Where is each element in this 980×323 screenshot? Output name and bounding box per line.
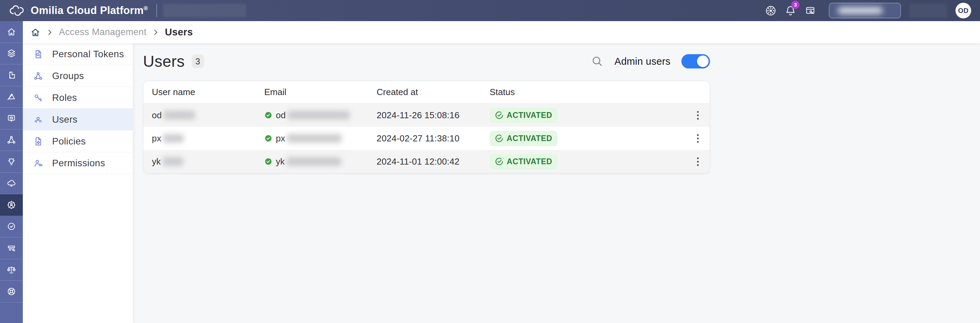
- sidebar-item-label: Users: [52, 114, 78, 125]
- redacted-email: [287, 134, 342, 143]
- nav-rail: [0, 21, 23, 323]
- sidebar-item-label: Permissions: [52, 158, 105, 169]
- sidebar-item-policies[interactable]: Policies: [23, 130, 133, 152]
- email-cell: px: [256, 133, 368, 144]
- sidebar-item-roles[interactable]: Roles: [23, 87, 133, 109]
- page-header-row: Users 3 Admin users: [143, 52, 710, 70]
- redacted-username: [163, 157, 183, 166]
- notification-count-badge: 3: [791, 1, 800, 9]
- admin-users-label: Admin users: [615, 56, 670, 67]
- table-row[interactable]: px px 2024-02-27 11:38:10 ACTIVATED: [143, 127, 710, 150]
- table-row[interactable]: od od 2024-11-26 15:08:16 ACTIVATED: [143, 103, 710, 127]
- check-circle-icon: [495, 111, 504, 119]
- table-header-row: User name Email Created at Status: [143, 81, 710, 103]
- column-header-status: Status: [481, 87, 686, 97]
- window-key-button[interactable]: [805, 5, 816, 16]
- row-actions-kebab[interactable]: [694, 154, 702, 169]
- redacted-username: [163, 134, 183, 143]
- user-avatar[interactable]: OD: [956, 3, 971, 18]
- apps-settings-button[interactable]: [765, 5, 776, 16]
- window-key-icon: [805, 5, 816, 16]
- sidebar-item-groups[interactable]: Groups: [23, 65, 133, 87]
- verified-badge-icon: [264, 111, 272, 119]
- rail-item-support[interactable]: [0, 281, 23, 302]
- nav-rail-filler: [0, 302, 23, 323]
- row-actions-kebab[interactable]: [694, 108, 702, 123]
- notifications-button[interactable]: 3: [784, 5, 797, 17]
- rail-item-badge-check[interactable]: [0, 216, 23, 238]
- sidebar-item-personal-tokens[interactable]: Personal Tokens: [23, 43, 133, 65]
- brand: Omilia Cloud Platform®: [0, 5, 148, 17]
- rail-item-prism[interactable]: [0, 86, 23, 108]
- column-header-created-at: Created at: [368, 87, 481, 97]
- row-actions-kebab[interactable]: [694, 131, 702, 146]
- breadcrumb-current-users: Users: [165, 27, 193, 38]
- page-title: Users: [143, 52, 185, 70]
- table-body: od od 2024-11-26 15:08:16 ACTIVATED: [143, 103, 710, 173]
- person-key-icon: [33, 158, 43, 168]
- users-icon: [33, 115, 43, 125]
- username-cell: od: [143, 110, 256, 121]
- created-at-cell: 2024-02-27 11:38:10: [368, 133, 481, 144]
- status-badge: ACTIVATED: [490, 108, 557, 123]
- registered-mark: ®: [144, 5, 148, 11]
- status-cell: ACTIVATED: [481, 154, 686, 169]
- rail-item-lightbulb[interactable]: [0, 151, 23, 173]
- chevron-right-icon: [152, 29, 159, 36]
- redacted-email: [287, 157, 341, 166]
- status-cell: ACTIVATED: [481, 131, 686, 146]
- key-icon: [33, 93, 43, 103]
- sidebar-item-label: Personal Tokens: [52, 49, 124, 60]
- sidebar-item-label: Groups: [52, 70, 84, 81]
- column-header-email: Email: [256, 87, 368, 97]
- access-management-sidebar: Personal Tokens Groups Roles Users: [23, 43, 133, 323]
- page-controls: Admin users: [591, 54, 710, 68]
- users-table: User name Email Created at Status od: [143, 81, 710, 173]
- rail-item-access-management[interactable]: [0, 194, 23, 216]
- username-cell: yk: [143, 156, 256, 167]
- policy-document-icon: [33, 136, 43, 146]
- rail-item-layers[interactable]: [0, 43, 23, 65]
- rail-item-cloud[interactable]: [0, 173, 23, 194]
- badge-check-icon: [6, 221, 16, 231]
- main-content: Users 3 Admin users User name: [133, 43, 980, 323]
- graph-icon: [6, 135, 16, 145]
- lightbulb-icon: [6, 157, 16, 167]
- status-badge: ACTIVATED: [490, 154, 557, 169]
- topbar-actions: 3 OD: [765, 3, 980, 18]
- breadcrumb-access-management[interactable]: Access Management: [59, 27, 146, 38]
- check-circle-icon: [495, 134, 504, 143]
- email-cell: yk: [256, 156, 368, 167]
- brand-title: Omilia Cloud Platform®: [31, 5, 148, 17]
- redacted-button-label: [838, 7, 883, 14]
- breadcrumb: Access Management Users: [23, 21, 980, 43]
- sidebar-item-users[interactable]: Users: [23, 109, 133, 130]
- rail-item-voice-chat[interactable]: [0, 108, 23, 129]
- apps-settings-icon: [765, 5, 776, 16]
- created-at-cell: 2024-11-01 12:00:42: [368, 156, 481, 167]
- breadcrumb-home-icon[interactable]: [30, 27, 41, 38]
- table-row[interactable]: yk yk 2024-11-01 12:00:42 ACTIVATED: [143, 150, 710, 173]
- machine-tools-icon: [6, 243, 16, 253]
- rail-item-graph[interactable]: [0, 129, 23, 151]
- admin-users-toggle[interactable]: [681, 54, 710, 68]
- email-cell: od: [256, 110, 368, 121]
- search-button[interactable]: [591, 55, 604, 68]
- sidebar-item-permissions[interactable]: Permissions: [23, 152, 133, 174]
- redacted-header-button[interactable]: [829, 3, 901, 18]
- search-icon: [591, 55, 604, 68]
- users-count-badge: 3: [192, 54, 204, 68]
- rail-item-home[interactable]: [0, 21, 23, 43]
- layers-icon: [6, 48, 16, 58]
- rail-item-blocks[interactable]: [0, 64, 23, 86]
- verified-badge-icon: [264, 134, 272, 142]
- groups-icon: [33, 71, 43, 81]
- toggle-knob: [697, 56, 709, 67]
- rail-item-machine-tools[interactable]: [0, 237, 23, 259]
- app-window: Omilia Cloud Platform® 3: [0, 0, 980, 323]
- status-badge: ACTIVATED: [490, 131, 557, 146]
- verified-badge-icon: [264, 158, 272, 165]
- redacted-username: [164, 111, 195, 119]
- rail-item-scales[interactable]: [0, 259, 23, 281]
- sidebar-item-label: Policies: [52, 136, 86, 147]
